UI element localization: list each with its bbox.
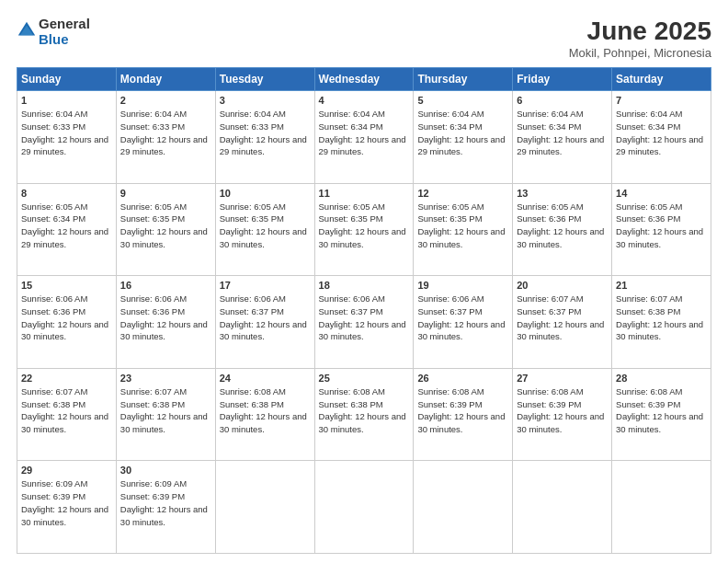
day-number: 4 bbox=[319, 95, 410, 106]
daylight-label: Daylight: 12 hours and 29 minutes. bbox=[220, 134, 307, 157]
daylight-label: Daylight: 12 hours and 30 minutes. bbox=[517, 319, 604, 342]
table-row bbox=[215, 461, 314, 554]
sunset-label: Sunset: 6:38 PM bbox=[319, 399, 383, 409]
sunset-label: Sunset: 6:39 PM bbox=[120, 491, 185, 501]
day-info: Sunrise: 6:06 AM Sunset: 6:37 PM Dayligh… bbox=[417, 293, 508, 343]
col-thursday: Thursday bbox=[414, 68, 513, 91]
col-wednesday: Wednesday bbox=[314, 68, 414, 91]
table-row: 10 Sunrise: 6:05 AM Sunset: 6:35 PM Dayl… bbox=[215, 183, 314, 276]
day-info: Sunrise: 6:07 AM Sunset: 6:38 PM Dayligh… bbox=[616, 293, 707, 343]
table-row: 20 Sunrise: 6:07 AM Sunset: 6:37 PM Dayl… bbox=[513, 276, 612, 369]
table-row: 6 Sunrise: 6:04 AM Sunset: 6:34 PM Dayli… bbox=[513, 91, 612, 184]
daylight-label: Daylight: 12 hours and 29 minutes. bbox=[616, 134, 703, 157]
day-number: 7 bbox=[616, 95, 707, 106]
sunset-label: Sunset: 6:39 PM bbox=[517, 399, 581, 409]
daylight-label: Daylight: 12 hours and 30 minutes. bbox=[120, 504, 208, 527]
title-month: June 2025 bbox=[569, 17, 711, 46]
sunset-label: Sunset: 6:37 PM bbox=[517, 306, 581, 316]
sunrise-label: Sunrise: 6:06 AM bbox=[120, 293, 187, 304]
day-number: 26 bbox=[417, 373, 508, 384]
day-info: Sunrise: 6:05 AM Sunset: 6:35 PM Dayligh… bbox=[319, 201, 410, 251]
table-row: 5 Sunrise: 6:04 AM Sunset: 6:34 PM Dayli… bbox=[414, 91, 513, 184]
day-number: 23 bbox=[120, 373, 211, 384]
day-info: Sunrise: 6:05 AM Sunset: 6:36 PM Dayligh… bbox=[517, 201, 608, 251]
day-number: 20 bbox=[517, 280, 608, 291]
table-row: 21 Sunrise: 6:07 AM Sunset: 6:38 PM Dayl… bbox=[612, 276, 711, 369]
sunrise-label: Sunrise: 6:04 AM bbox=[21, 109, 87, 119]
day-number: 18 bbox=[319, 280, 410, 291]
daylight-label: Daylight: 12 hours and 29 minutes. bbox=[319, 134, 406, 157]
day-info: Sunrise: 6:04 AM Sunset: 6:34 PM Dayligh… bbox=[616, 108, 707, 158]
col-saturday: Saturday bbox=[612, 68, 711, 91]
daylight-label: Daylight: 12 hours and 30 minutes. bbox=[517, 411, 604, 434]
daylight-label: Daylight: 12 hours and 30 minutes. bbox=[417, 411, 505, 434]
sunrise-label: Sunrise: 6:07 AM bbox=[616, 293, 682, 304]
day-number: 28 bbox=[616, 373, 707, 384]
sunrise-label: Sunrise: 6:09 AM bbox=[21, 478, 87, 488]
logo-blue-text: Blue bbox=[39, 32, 90, 48]
sunrise-label: Sunrise: 6:04 AM bbox=[517, 109, 583, 119]
table-row: 14 Sunrise: 6:05 AM Sunset: 6:36 PM Dayl… bbox=[612, 183, 711, 276]
day-info: Sunrise: 6:04 AM Sunset: 6:34 PM Dayligh… bbox=[319, 108, 410, 158]
day-number: 30 bbox=[120, 465, 211, 476]
table-row: 19 Sunrise: 6:06 AM Sunset: 6:37 PM Dayl… bbox=[414, 276, 513, 369]
day-number: 16 bbox=[120, 280, 211, 291]
sunset-label: Sunset: 6:39 PM bbox=[616, 399, 680, 409]
day-number: 6 bbox=[517, 95, 608, 106]
daylight-label: Daylight: 12 hours and 29 minutes. bbox=[517, 134, 604, 157]
header: General Blue June 2025 Mokil, Pohnpei, M… bbox=[17, 17, 711, 60]
sunrise-label: Sunrise: 6:09 AM bbox=[120, 478, 187, 488]
table-row: 4 Sunrise: 6:04 AM Sunset: 6:34 PM Dayli… bbox=[314, 91, 414, 184]
table-row: 25 Sunrise: 6:08 AM Sunset: 6:38 PM Dayl… bbox=[314, 368, 414, 461]
day-number: 12 bbox=[417, 188, 508, 199]
sunset-label: Sunset: 6:36 PM bbox=[120, 306, 185, 316]
table-row: 30 Sunrise: 6:09 AM Sunset: 6:39 PM Dayl… bbox=[116, 461, 215, 554]
day-info: Sunrise: 6:06 AM Sunset: 6:36 PM Dayligh… bbox=[120, 293, 211, 343]
day-info: Sunrise: 6:04 AM Sunset: 6:33 PM Dayligh… bbox=[220, 108, 311, 158]
day-info: Sunrise: 6:04 AM Sunset: 6:33 PM Dayligh… bbox=[21, 108, 112, 158]
sunset-label: Sunset: 6:34 PM bbox=[319, 121, 383, 132]
sunset-label: Sunset: 6:34 PM bbox=[616, 121, 680, 132]
day-number: 24 bbox=[220, 373, 311, 384]
sunset-label: Sunset: 6:36 PM bbox=[517, 213, 581, 224]
sunrise-label: Sunrise: 6:05 AM bbox=[319, 201, 385, 212]
page: General Blue June 2025 Mokil, Pohnpei, M… bbox=[0, 0, 728, 563]
sunrise-label: Sunrise: 6:06 AM bbox=[21, 293, 87, 304]
day-number: 17 bbox=[220, 280, 311, 291]
logo-text: General Blue bbox=[39, 17, 90, 47]
table-row: 12 Sunrise: 6:05 AM Sunset: 6:35 PM Dayl… bbox=[414, 183, 513, 276]
day-number: 22 bbox=[21, 373, 112, 384]
day-info: Sunrise: 6:06 AM Sunset: 6:37 PM Dayligh… bbox=[319, 293, 410, 343]
sunset-label: Sunset: 6:36 PM bbox=[21, 306, 85, 316]
day-info: Sunrise: 6:05 AM Sunset: 6:34 PM Dayligh… bbox=[21, 201, 112, 251]
calendar-week-row: 1 Sunrise: 6:04 AM Sunset: 6:33 PM Dayli… bbox=[17, 91, 711, 184]
day-info: Sunrise: 6:06 AM Sunset: 6:37 PM Dayligh… bbox=[220, 293, 311, 343]
sunset-label: Sunset: 6:34 PM bbox=[417, 121, 482, 132]
table-row: 2 Sunrise: 6:04 AM Sunset: 6:33 PM Dayli… bbox=[116, 91, 215, 184]
daylight-label: Daylight: 12 hours and 30 minutes. bbox=[616, 319, 703, 342]
logo-general-text: General bbox=[39, 17, 90, 32]
daylight-label: Daylight: 12 hours and 30 minutes. bbox=[616, 411, 703, 434]
calendar-week-row: 22 Sunrise: 6:07 AM Sunset: 6:38 PM Dayl… bbox=[17, 368, 711, 461]
day-info: Sunrise: 6:08 AM Sunset: 6:38 PM Dayligh… bbox=[319, 385, 410, 436]
day-info: Sunrise: 6:05 AM Sunset: 6:35 PM Dayligh… bbox=[220, 201, 311, 251]
table-row: 17 Sunrise: 6:06 AM Sunset: 6:37 PM Dayl… bbox=[215, 276, 314, 369]
sunset-label: Sunset: 6:34 PM bbox=[517, 121, 581, 132]
daylight-label: Daylight: 12 hours and 30 minutes. bbox=[21, 504, 108, 527]
day-number: 25 bbox=[319, 373, 410, 384]
sunset-label: Sunset: 6:33 PM bbox=[220, 121, 284, 132]
day-info: Sunrise: 6:04 AM Sunset: 6:33 PM Dayligh… bbox=[120, 108, 211, 158]
sunrise-label: Sunrise: 6:05 AM bbox=[417, 201, 483, 212]
day-info: Sunrise: 6:08 AM Sunset: 6:39 PM Dayligh… bbox=[517, 385, 608, 436]
sunset-label: Sunset: 6:37 PM bbox=[319, 306, 383, 316]
day-info: Sunrise: 6:05 AM Sunset: 6:36 PM Dayligh… bbox=[616, 201, 707, 251]
day-info: Sunrise: 6:05 AM Sunset: 6:35 PM Dayligh… bbox=[120, 201, 211, 251]
sunrise-label: Sunrise: 6:07 AM bbox=[21, 386, 87, 396]
daylight-label: Daylight: 12 hours and 30 minutes. bbox=[319, 226, 406, 249]
sunrise-label: Sunrise: 6:07 AM bbox=[517, 293, 583, 304]
daylight-label: Daylight: 12 hours and 30 minutes. bbox=[417, 226, 505, 249]
table-row: 7 Sunrise: 6:04 AM Sunset: 6:34 PM Dayli… bbox=[612, 91, 711, 184]
sunrise-label: Sunrise: 6:05 AM bbox=[616, 201, 682, 212]
daylight-label: Daylight: 12 hours and 30 minutes. bbox=[120, 319, 208, 342]
day-info: Sunrise: 6:07 AM Sunset: 6:38 PM Dayligh… bbox=[120, 385, 211, 436]
